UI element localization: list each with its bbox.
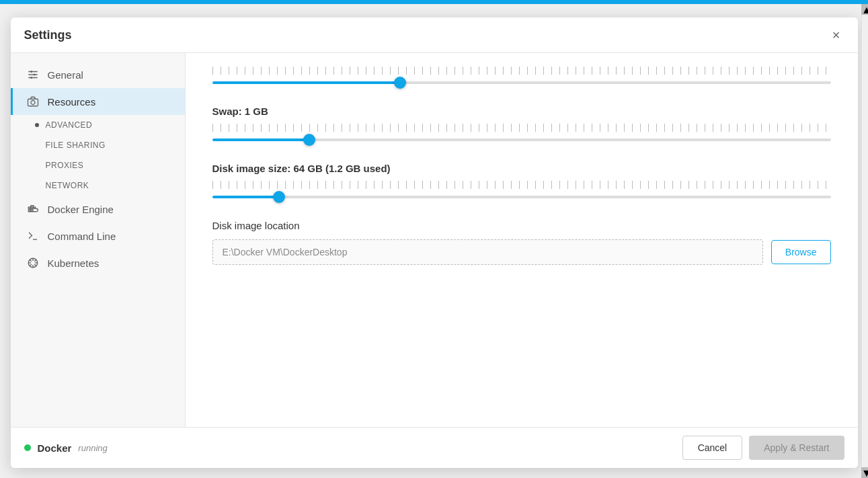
sidebar-sub-item-file-sharing[interactable]: FILE SHARING — [11, 135, 185, 155]
svg-point-7 — [31, 101, 35, 105]
swap-label: Swap: 1 GB — [212, 106, 831, 117]
modal-body: General Resources ADVANCED FILE SHARING — [11, 53, 858, 427]
close-button[interactable]: × — [828, 27, 844, 43]
terminal-icon — [26, 229, 40, 243]
svg-line-22 — [30, 264, 32, 266]
sidebar-item-general[interactable]: General — [11, 61, 185, 88]
cancel-button[interactable]: Cancel — [682, 436, 743, 460]
disk-location-section: Disk image location Browse — [212, 220, 831, 265]
status-dot — [24, 444, 31, 451]
memory-slider-section — [212, 67, 831, 87]
disk-location-input[interactable] — [212, 239, 763, 265]
engine-icon — [26, 202, 40, 216]
sidebar: General Resources ADVANCED FILE SHARING — [11, 53, 186, 427]
sidebar-sub-label-network: NETWORK — [46, 181, 89, 190]
sidebar-item-resources[interactable]: Resources — [11, 88, 185, 115]
modal-header: Settings × — [11, 17, 858, 53]
memory-slider[interactable] — [212, 81, 831, 84]
svg-line-19 — [30, 260, 32, 262]
svg-rect-11 — [28, 209, 30, 210]
sidebar-item-command-line-label: Command Line — [48, 231, 116, 242]
sidebar-sub-item-advanced[interactable]: ADVANCED — [11, 115, 185, 135]
svg-rect-12 — [31, 209, 33, 210]
disk-size-label: Disk image size: 64 GB (1.2 GB used) — [212, 163, 831, 174]
disk-size-slider[interactable] — [212, 196, 831, 198]
footer-status: Docker running — [24, 442, 108, 454]
docker-label: Docker — [38, 442, 72, 454]
sidebar-item-docker-engine[interactable]: Docker Engine — [11, 196, 185, 223]
svg-rect-8 — [28, 207, 30, 208]
svg-line-20 — [34, 264, 36, 266]
sidebar-sub-item-proxies[interactable]: PROXIES — [11, 155, 185, 175]
kubernetes-icon — [26, 256, 40, 270]
disk-location-row: Browse — [212, 239, 831, 265]
sidebar-item-command-line[interactable]: Command Line — [11, 223, 185, 249]
swap-tick-marks — [212, 124, 831, 132]
running-status: running — [78, 443, 107, 453]
sidebar-sub-label-advanced: ADVANCED — [46, 120, 93, 130]
memory-tick-marks — [212, 67, 831, 75]
sidebar-item-kubernetes-label: Kubernetes — [48, 257, 100, 269]
sidebar-sub-label-file-sharing: FILE SHARING — [46, 141, 106, 150]
svg-point-5 — [30, 77, 32, 79]
disk-size-tick-marks — [212, 181, 831, 189]
modal-container: Settings × General Resourc — [0, 4, 868, 478]
camera-icon — [26, 95, 40, 108]
svg-line-21 — [34, 260, 36, 262]
swap-slider[interactable] — [212, 138, 831, 141]
settings-modal: Settings × General Resourc — [11, 17, 858, 468]
sidebar-item-docker-engine-label: Docker Engine — [48, 204, 114, 215]
swap-slider-section: Swap: 1 GB — [212, 106, 831, 144]
dot-icon — [35, 123, 39, 127]
sidebar-item-resources-label: Resources — [48, 96, 96, 108]
svg-rect-6 — [28, 99, 38, 106]
sliders-icon — [26, 68, 40, 81]
sidebar-item-kubernetes[interactable]: Kubernetes — [11, 249, 185, 276]
footer-actions: Cancel Apply & Restart — [682, 436, 844, 460]
sidebar-sub-label-proxies: PROXIES — [46, 161, 84, 170]
main-content: Swap: 1 GB Disk image size: 64 GB (1.2 G… — [186, 53, 858, 427]
sidebar-sub-item-network[interactable]: NETWORK — [11, 175, 185, 196]
svg-point-4 — [33, 74, 35, 76]
browse-button[interactable]: Browse — [771, 240, 831, 264]
disk-location-label: Disk image location — [212, 220, 831, 231]
sidebar-item-general-label: General — [48, 69, 83, 81]
modal-footer: Docker running Cancel Apply & Restart — [11, 427, 858, 468]
svg-point-3 — [30, 71, 32, 73]
modal-title: Settings — [24, 28, 72, 42]
apply-restart-button[interactable]: Apply & Restart — [749, 436, 844, 460]
disk-size-slider-section: Disk image size: 64 GB (1.2 GB used) — [212, 163, 831, 201]
